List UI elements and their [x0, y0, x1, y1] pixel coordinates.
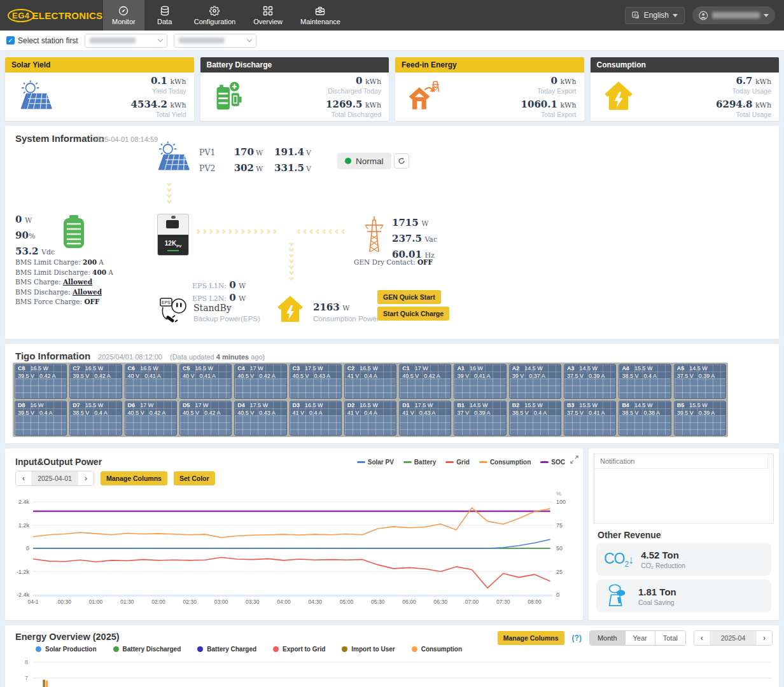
legend-item-consumption[interactable]: Consumption [479, 459, 531, 466]
flow-chevron-icon [208, 229, 213, 234]
legend-item-import-to-user[interactable]: Import to User [342, 646, 395, 653]
tigo-module-b1[interactable]: B114.5 W37 V0.39 A [454, 401, 506, 436]
tigo-module-d5[interactable]: D517 W40.5 V0.42 A [179, 401, 232, 436]
legend-item-grid[interactable]: Grid [445, 459, 470, 466]
tigo-module-c8[interactable]: C816.5 W39.5 V0.42 A [15, 364, 67, 399]
tigo-module-a1[interactable]: A116 W39 V0.41 A [454, 364, 506, 399]
bms-info-list: BMS Limit Charge: 200 ABMS Limit Dischar… [15, 258, 113, 308]
flow-arrows-grid-to-junction [297, 230, 346, 233]
tigo-module-a2[interactable]: A214.5 W39 V0.37 A [509, 364, 561, 399]
nav-item-monitor[interactable]: Monitor [103, 0, 144, 31]
tab-total[interactable]: Total [655, 631, 685, 645]
tigo-module-d7[interactable]: D715.5 W38.5 V0.4 A [69, 401, 122, 436]
legend-item-soc[interactable]: SOC [540, 459, 565, 466]
select-station-label: Select station first [18, 36, 78, 45]
chevron-down-icon [157, 37, 162, 42]
notification-box: Notification [594, 454, 774, 524]
start-quick-charge-button[interactable]: Start Quick Charge [377, 307, 449, 321]
pv-row-pv2: PV2302W331.5V [199, 162, 319, 174]
tigo-module-d2[interactable]: D216.5 W41 V0.4 A [344, 401, 396, 436]
energy-period-value[interactable]: 2025-04 [710, 631, 757, 645]
legend-item-solar-pv[interactable]: Solar PV [357, 459, 394, 466]
co2-value: 4.52 Ton [641, 550, 685, 560]
tigo-module-b4[interactable]: B414.5 W38.5 V0.38 A [619, 401, 671, 436]
next-day-button[interactable]: › [78, 471, 94, 485]
legend-item-battery[interactable]: Battery [403, 459, 436, 466]
tigo-module-d1[interactable]: D117.5 W41 V0.43 A [399, 401, 451, 436]
station-select[interactable] [85, 34, 167, 48]
tigo-module-a5[interactable]: A514.5 W37.5 V0.39 A [674, 364, 726, 399]
legend-item-solar-production[interactable]: Solar Production [36, 646, 97, 653]
stat-card-header: Solar Yield [5, 57, 194, 73]
account-menu[interactable] [692, 6, 775, 24]
chevron-down-icon [764, 14, 769, 17]
tigo-module-d8[interactable]: D816 W39.5 V0.4 A [15, 401, 67, 436]
help-icon[interactable]: (?) [572, 634, 582, 642]
legend-item-battery-discharged[interactable]: Battery Discharged [113, 646, 181, 653]
tigo-module-d4[interactable]: D417.5 W40.5 V0.43 A [234, 401, 286, 436]
legend-item-battery-charged[interactable]: Battery Charged [197, 646, 256, 653]
tigo-module-c3[interactable]: C317.5 W40.5 V0.43 A [290, 364, 342, 399]
stat-today-label: Yield Today [131, 87, 186, 95]
chevron-down-icon [246, 37, 251, 42]
eps-mode: StandBy [193, 303, 232, 313]
tab-month[interactable]: Month [590, 631, 626, 645]
energy-manage-columns-button[interactable]: Manage Columns [498, 631, 564, 645]
language-selector[interactable]: A English [625, 7, 685, 24]
next-month-button[interactable]: › [757, 631, 772, 645]
stat-total-value: 1269.5 kWh [326, 99, 381, 110]
tigo-module-c6[interactable]: C616.5 W40 V0.41 A [125, 364, 177, 399]
manage-columns-button[interactable]: Manage Columns [101, 471, 167, 485]
nav-item-maintenance[interactable]: Maintenance [291, 0, 349, 31]
tab-year[interactable]: Year [626, 631, 655, 645]
energy-period-picker: ‹ 2025-04 › [694, 630, 773, 646]
stat-total-label: Total Discharged [326, 111, 381, 118]
prev-day-button[interactable]: ‹ [16, 471, 31, 485]
tigo-module-d6[interactable]: D617 W40.5 V0.42 A [125, 401, 177, 436]
tigo-module-b3[interactable]: B315.5 W37.5 V0.41 A [564, 401, 616, 436]
prev-month-button[interactable]: ‹ [694, 631, 710, 645]
tigo-module-b2[interactable]: B215.5 W38.5 V0.4 A [509, 401, 561, 436]
device-select[interactable] [174, 34, 256, 48]
flow-chevron-icon [227, 229, 232, 234]
svg-text:A: A [634, 12, 637, 17]
expand-icon[interactable] [570, 455, 578, 466]
tigo-module-c4[interactable]: C417 W40.5 V0.42 A [234, 364, 286, 399]
flow-chevron-icon [202, 229, 207, 234]
tigo-module-c7[interactable]: C716.5 W39.5 V0.42 A [69, 364, 122, 399]
status-dot-icon [345, 158, 351, 164]
gen-quick-start-button[interactable]: GEN Quick Start [377, 290, 441, 304]
status-text: Normal [356, 156, 384, 166]
tigo-module-c1[interactable]: C117 W40.5 V0.42 A [399, 364, 451, 399]
power-line-chart[interactable]: 2.4k1001.2k75050-1.2k25-2.4k0%04-100:300… [5, 488, 583, 615]
energy-bar-chart[interactable]: 8765432 [5, 656, 779, 687]
tigo-module-c2[interactable]: C216.5 W41 V0.4 A [344, 364, 396, 399]
nav-item-configuration[interactable]: Configuration [185, 0, 244, 31]
nav-item-overview[interactable]: Overview [244, 0, 291, 31]
flow-chevron-icon [322, 229, 327, 234]
flow-chevron-icon [289, 253, 294, 258]
legend-item-consumption[interactable]: Consumption [412, 646, 462, 653]
stat-cards-row: Solar Yield0.1 kWhYield Today4534.2 kWhT… [5, 57, 779, 121]
tigo-module-d3[interactable]: D316.5 W41 V0.4 A [290, 401, 342, 436]
eps-unit: W [239, 295, 246, 303]
select-station-checkbox[interactable]: ✓ Select station first [6, 36, 78, 45]
stat-card-header: Consumption [591, 57, 780, 73]
nav-item-label: Overview [253, 18, 283, 25]
eps-unit: W [239, 282, 246, 290]
grid-power-unit: W [421, 219, 428, 228]
svg-text:2.4k: 2.4k [18, 499, 30, 505]
refresh-button[interactable] [394, 153, 409, 169]
notification-scrollbar[interactable] [767, 454, 773, 469]
nav-item-data[interactable]: Data [144, 0, 185, 31]
flow-chevron-icon [309, 229, 314, 234]
svg-text:75: 75 [556, 522, 563, 529]
tigo-module-a4[interactable]: A415.5 W38.5 V0.4 A [619, 364, 671, 399]
power-date-value[interactable]: 2025-04-01 [31, 471, 78, 485]
tigo-module-a3[interactable]: A314.5 W37.5 V0.39 A [564, 364, 616, 399]
legend-item-export-to-grid[interactable]: Export to Grid [273, 646, 325, 653]
refresh-icon [398, 157, 405, 165]
tigo-module-c5[interactable]: C516.5 W40 V0.41 A [179, 364, 232, 399]
tigo-module-b5[interactable]: B515.5 W39.5 V0.39 A [674, 401, 726, 436]
set-color-button[interactable]: Set Color [174, 471, 215, 485]
